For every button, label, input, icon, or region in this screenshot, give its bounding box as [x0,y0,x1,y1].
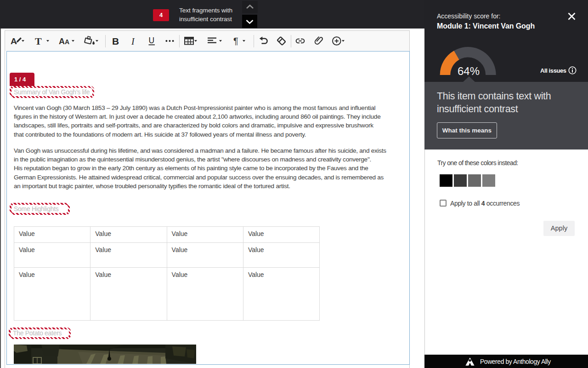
svg-text:T: T [35,35,42,47]
svg-text:U: U [149,36,155,45]
svg-text:A: A [65,38,69,46]
svg-text:B: B [112,36,119,46]
svg-text:A: A [11,36,17,46]
svg-text:I: I [131,36,135,46]
svg-text:A: A [59,37,65,46]
svg-text:¶: ¶ [233,36,238,46]
